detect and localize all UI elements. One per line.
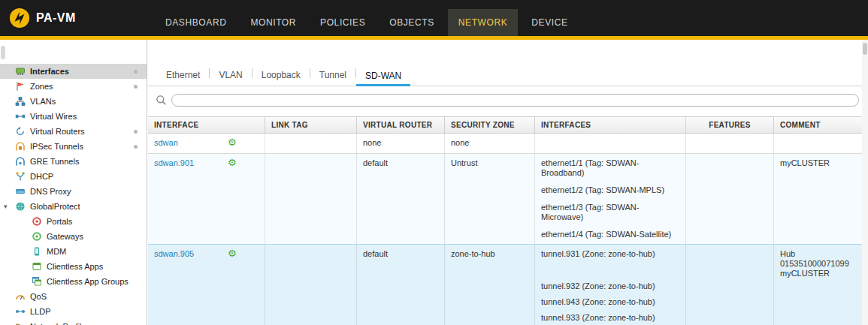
sidebar-scrollbar-thumb[interactable] bbox=[1, 46, 5, 59]
sidebar-item-mdm[interactable]: MDM bbox=[0, 244, 147, 259]
column-header-security-zone[interactable]: SECURITY ZONE bbox=[445, 117, 535, 133]
search-input[interactable] bbox=[171, 94, 859, 107]
cell-link-tag bbox=[265, 134, 357, 153]
cell-comment bbox=[774, 134, 868, 153]
sidebar-item-label: Clientless App Groups bbox=[47, 277, 129, 286]
nav-tab-network[interactable]: NETWORK bbox=[448, 9, 519, 36]
vertical-scrollbar-track[interactable] bbox=[862, 40, 868, 325]
cell-interfaces bbox=[535, 134, 686, 153]
sidebar-item-clientless-apps[interactable]: Clientless Apps bbox=[0, 259, 147, 274]
sidebar-item-virtual-wires[interactable]: Virtual Wires bbox=[0, 109, 147, 124]
sidebar-item-vlans[interactable]: VLANs bbox=[0, 94, 147, 109]
subtab-ethernet[interactable]: Ethernet bbox=[157, 66, 209, 86]
search-icon bbox=[156, 95, 167, 106]
table-header-row: INTERFACELINK TAGVIRTUAL ROUTERSECURITY … bbox=[148, 116, 868, 134]
status-dot bbox=[134, 145, 138, 149]
sidebar-item-label: DHCP bbox=[30, 172, 53, 181]
sidebar-item-qos[interactable]: QoS bbox=[0, 289, 147, 304]
globalprotect-icon bbox=[15, 201, 26, 212]
main-content: EthernetVLANLoopbackTunnelSD-WAN INTERFA… bbox=[148, 40, 868, 325]
sidebar-item-gre-tunnels[interactable]: GRE Tunnels bbox=[0, 154, 147, 169]
cell-virtual-router: none bbox=[357, 134, 445, 153]
nav-tab-objects[interactable]: OBJECTS bbox=[379, 9, 445, 36]
interface-entry: ethernet1/2 (Tag: SDWAN-MPLS) bbox=[541, 185, 679, 195]
sidebar-item-interfaces[interactable]: Interfaces bbox=[0, 64, 147, 79]
interface-entry: tunnel.943 (Zone: zone-to-hub) bbox=[541, 297, 679, 307]
clientless-app-groups-icon bbox=[32, 276, 42, 287]
sidebar-item-gateways[interactable]: Gateways bbox=[0, 229, 147, 244]
zones-icon bbox=[15, 81, 26, 92]
clientless-apps-icon bbox=[32, 261, 42, 272]
table-row: sdwan.901⚙︎defaultUntrustethernet1/1 (Ta… bbox=[148, 154, 868, 245]
cell-security-zone: zone-to-hub bbox=[445, 245, 535, 325]
sidebar-item-network-profiles[interactable]: Network Profiles bbox=[0, 319, 147, 325]
chevron-down-icon[interactable]: ▾ bbox=[4, 203, 8, 210]
subtab-tunnel[interactable]: Tunnel bbox=[310, 66, 355, 86]
search-bar bbox=[148, 86, 868, 113]
interface-entry: ethernet1/1 (Tag: SDWAN-Broadband) bbox=[541, 158, 679, 178]
cell-link-tag bbox=[265, 154, 357, 244]
cell-security-zone: none bbox=[445, 134, 535, 153]
brand-flame-icon bbox=[9, 8, 30, 29]
sidebar-item-ipsec-tunnels[interactable]: IPSec Tunnels bbox=[0, 139, 147, 154]
sidebar-item-dhcp[interactable]: DHCP bbox=[0, 169, 147, 184]
sidebar-item-zones[interactable]: Zones bbox=[0, 79, 147, 94]
mdm-icon bbox=[32, 246, 42, 257]
sidebar-item-label: GRE Tunnels bbox=[30, 157, 79, 166]
subtab-vlan[interactable]: VLAN bbox=[210, 66, 251, 86]
cell-interface: sdwan.901⚙︎ bbox=[148, 154, 265, 244]
status-dot bbox=[134, 85, 138, 89]
sidebar-item-label: IPSec Tunnels bbox=[30, 142, 83, 151]
sidebar-item-dns-proxy[interactable]: DNSDNS Proxy bbox=[0, 184, 147, 199]
sidebar-item-label: Clientless Apps bbox=[47, 262, 103, 271]
cell-interface: sdwan⚙︎ bbox=[148, 134, 265, 153]
cell-virtual-router: default bbox=[357, 245, 445, 325]
status-dot bbox=[134, 130, 138, 134]
column-header-comment[interactable]: COMMENT bbox=[774, 117, 868, 133]
portals-icon bbox=[32, 216, 42, 227]
interface-entry: tunnel.932 (Zone: zone-to-hub) bbox=[541, 281, 679, 291]
subtab-loopback[interactable]: Loopback bbox=[253, 66, 310, 86]
ipsec-tunnels-icon bbox=[15, 141, 26, 152]
sidebar-item-label: LLDP bbox=[30, 307, 51, 316]
interface-link[interactable]: sdwan bbox=[154, 138, 228, 147]
network-profiles-icon bbox=[15, 321, 26, 325]
gear-icon[interactable]: ⚙︎ bbox=[228, 249, 237, 257]
cell-features bbox=[686, 245, 774, 325]
sidebar-item-portals[interactable]: Portals bbox=[0, 214, 147, 229]
sidebar-item-lldp[interactable]: LLDP bbox=[0, 304, 147, 319]
sidebar-item-virtual-routers[interactable]: Virtual Routers bbox=[0, 124, 147, 139]
app-logo: PA-VM bbox=[0, 0, 83, 36]
column-header-virtual-router[interactable]: VIRTUAL ROUTER bbox=[357, 117, 445, 133]
subtab-sd-wan[interactable]: SD-WAN bbox=[356, 67, 410, 86]
nav-tab-device[interactable]: DEVICE bbox=[521, 9, 578, 36]
interface-link[interactable]: sdwan.901 bbox=[154, 158, 228, 167]
nav-tab-dashboard[interactable]: DASHBOARD bbox=[155, 9, 237, 36]
dhcp-icon bbox=[15, 171, 26, 182]
interface-link[interactable]: sdwan.905 bbox=[154, 249, 228, 258]
interfaces-icon bbox=[15, 66, 26, 77]
sidebar-item-label: Interfaces bbox=[30, 67, 69, 76]
cell-features bbox=[686, 154, 774, 244]
cell-security-zone: Untrust bbox=[445, 154, 535, 244]
sidebar-item-clientless-app-groups[interactable]: Clientless App Groups bbox=[0, 274, 147, 289]
qos-icon bbox=[15, 291, 26, 302]
gear-icon[interactable]: ⚙︎ bbox=[228, 138, 237, 146]
column-header-interfaces[interactable]: INTERFACES bbox=[535, 117, 686, 133]
cell-interface: sdwan.905⚙︎ bbox=[148, 245, 265, 325]
column-header-features[interactable]: FEATURES bbox=[686, 117, 774, 133]
interface-entry: tunnel.931 (Zone: zone-to-hub) bbox=[541, 249, 679, 259]
column-header-link-tag[interactable]: LINK TAG bbox=[265, 117, 357, 133]
gateways-icon bbox=[32, 231, 42, 242]
sidebar-item-label: VLANs bbox=[30, 97, 56, 106]
sidebar-item-label: GlobalProtect bbox=[30, 202, 80, 211]
nav-tab-monitor[interactable]: MONITOR bbox=[240, 9, 307, 36]
sidebar-item-globalprotect[interactable]: ▾GlobalProtect bbox=[0, 199, 147, 214]
column-header-interface[interactable]: INTERFACE bbox=[148, 117, 265, 133]
gear-icon[interactable]: ⚙︎ bbox=[228, 158, 237, 167]
nav-tab-policies[interactable]: POLICIES bbox=[310, 9, 376, 36]
sdwan-interfaces-table: INTERFACELINK TAGVIRTUAL ROUTERSECURITY … bbox=[148, 116, 868, 325]
table-row: sdwan⚙︎nonenone bbox=[148, 134, 868, 154]
vertical-scrollbar-thumb[interactable] bbox=[863, 43, 867, 55]
gre-tunnels-icon bbox=[15, 156, 26, 167]
